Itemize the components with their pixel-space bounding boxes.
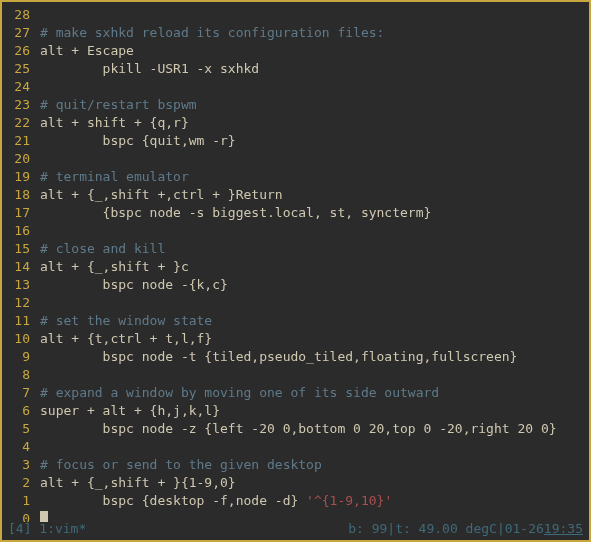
- line-number: 5: [4, 420, 32, 438]
- code-line[interactable]: 16: [4, 222, 587, 240]
- code-text[interactable]: alt + {t,ctrl + t,l,f}: [40, 330, 587, 348]
- code-line[interactable]: 1 bspc {desktop -f,node -d} '^{1-9,10}': [4, 492, 587, 510]
- code-text[interactable]: alt + shift + {q,r}: [40, 114, 587, 132]
- code-text[interactable]: alt + {_,shift + }c: [40, 258, 587, 276]
- code-line[interactable]: 15# close and kill: [4, 240, 587, 258]
- code-line[interactable]: 25 pkill -USR1 -x sxhkd: [4, 60, 587, 78]
- code-text[interactable]: # close and kill: [40, 240, 587, 258]
- code-text[interactable]: [40, 78, 587, 96]
- code-text[interactable]: super + alt + {h,j,k,l}: [40, 402, 587, 420]
- code-text[interactable]: # expand a window by moving one of its s…: [40, 384, 587, 402]
- code-line[interactable]: 4: [4, 438, 587, 456]
- code-text[interactable]: [40, 294, 587, 312]
- code-text[interactable]: alt + {_,shift + }{1-9,0}: [40, 474, 587, 492]
- line-number: 17: [4, 204, 32, 222]
- line-number: 2: [4, 474, 32, 492]
- code-line[interactable]: 21 bspc {quit,wm -r}: [4, 132, 587, 150]
- code-text[interactable]: [40, 438, 587, 456]
- line-number: 24: [4, 78, 32, 96]
- code-line[interactable]: 11# set the window state: [4, 312, 587, 330]
- status-sep: |: [387, 520, 395, 538]
- code-text[interactable]: pkill -USR1 -x sxhkd: [40, 60, 587, 78]
- code-text[interactable]: bspc node -t {tiled,pseudo_tiled,floatin…: [40, 348, 587, 366]
- code-editor[interactable]: 2827# make sxhkd reload its configuratio…: [2, 2, 589, 522]
- code-text[interactable]: [40, 6, 587, 24]
- code-line[interactable]: 17 {bspc node -s biggest.local, st, sync…: [4, 204, 587, 222]
- line-number: 21: [4, 132, 32, 150]
- status-battery: b: 99: [348, 520, 387, 538]
- line-number: 10: [4, 330, 32, 348]
- code-text[interactable]: # make sxhkd reload its configuration fi…: [40, 24, 587, 42]
- code-text[interactable]: {bspc node -s biggest.local, st, syncter…: [40, 204, 587, 222]
- status-time: 19:35: [544, 520, 583, 538]
- status-date: 01-26: [505, 520, 544, 538]
- code-line[interactable]: 18alt + {_,shift +,ctrl + }Return: [4, 186, 587, 204]
- line-number: 25: [4, 60, 32, 78]
- line-number: 28: [4, 6, 32, 24]
- line-number: 18: [4, 186, 32, 204]
- code-line[interactable]: 6super + alt + {h,j,k,l}: [4, 402, 587, 420]
- code-text[interactable]: bspc node -{k,c}: [40, 276, 587, 294]
- line-number: 7: [4, 384, 32, 402]
- code-line[interactable]: 9 bspc node -t {tiled,pseudo_tiled,float…: [4, 348, 587, 366]
- line-number: 23: [4, 96, 32, 114]
- code-line[interactable]: 12: [4, 294, 587, 312]
- code-line[interactable]: 23# quit/restart bspwm: [4, 96, 587, 114]
- code-line[interactable]: 10alt + {t,ctrl + t,l,f}: [4, 330, 587, 348]
- code-text[interactable]: alt + Escape: [40, 42, 587, 60]
- code-text[interactable]: [40, 150, 587, 168]
- code-text[interactable]: bspc {desktop -f,node -d} '^{1-9,10}': [40, 492, 587, 510]
- tmux-statusbar: [4] 1:vim* b: 99 | t: 49.00 degC | 01-26…: [4, 520, 587, 538]
- line-number: 19: [4, 168, 32, 186]
- line-number: 11: [4, 312, 32, 330]
- code-line[interactable]: 2alt + {_,shift + }{1-9,0}: [4, 474, 587, 492]
- code-text[interactable]: # focus or send to the given desktop: [40, 456, 587, 474]
- code-line[interactable]: 14alt + {_,shift + }c: [4, 258, 587, 276]
- code-text[interactable]: # quit/restart bspwm: [40, 96, 587, 114]
- code-text[interactable]: # terminal emulator: [40, 168, 587, 186]
- code-text[interactable]: bspc node -z {left -20 0,bottom 0 20,top…: [40, 420, 587, 438]
- code-line[interactable]: 19# terminal emulator: [4, 168, 587, 186]
- code-text[interactable]: bspc {quit,wm -r}: [40, 132, 587, 150]
- line-number: 12: [4, 294, 32, 312]
- code-text[interactable]: # set the window state: [40, 312, 587, 330]
- code-text[interactable]: [40, 222, 587, 240]
- code-line[interactable]: 27# make sxhkd reload its configuration …: [4, 24, 587, 42]
- line-number: 22: [4, 114, 32, 132]
- code-line[interactable]: 3# focus or send to the given desktop: [4, 456, 587, 474]
- line-number: 27: [4, 24, 32, 42]
- code-line[interactable]: 28: [4, 6, 587, 24]
- status-temp: t: 49.00 degC: [395, 520, 497, 538]
- line-number: 26: [4, 42, 32, 60]
- line-number: 15: [4, 240, 32, 258]
- code-text[interactable]: alt + {_,shift +,ctrl + }Return: [40, 186, 587, 204]
- line-number: 6: [4, 402, 32, 420]
- line-number: 1: [4, 492, 32, 510]
- status-left: [4] 1:vim*: [8, 520, 86, 538]
- code-line[interactable]: 5 bspc node -z {left -20 0,bottom 0 20,t…: [4, 420, 587, 438]
- line-number: 14: [4, 258, 32, 276]
- status-sep: |: [497, 520, 505, 538]
- code-line[interactable]: 7# expand a window by moving one of its …: [4, 384, 587, 402]
- line-number: 16: [4, 222, 32, 240]
- code-line[interactable]: 24: [4, 78, 587, 96]
- line-number: 13: [4, 276, 32, 294]
- line-number: 8: [4, 366, 32, 384]
- code-line[interactable]: 22alt + shift + {q,r}: [4, 114, 587, 132]
- line-number: 9: [4, 348, 32, 366]
- code-line[interactable]: 26alt + Escape: [4, 42, 587, 60]
- code-text[interactable]: [40, 366, 587, 384]
- line-number: 4: [4, 438, 32, 456]
- code-line[interactable]: 8: [4, 366, 587, 384]
- code-line[interactable]: 13 bspc node -{k,c}: [4, 276, 587, 294]
- line-number: 20: [4, 150, 32, 168]
- code-line[interactable]: 20: [4, 150, 587, 168]
- line-number: 3: [4, 456, 32, 474]
